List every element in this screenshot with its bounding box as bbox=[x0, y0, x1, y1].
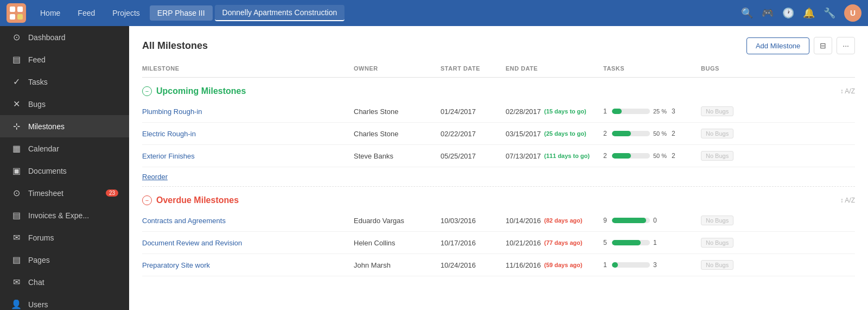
bugs-cell: No Bugs bbox=[701, 106, 777, 116]
sidebar-item-pages[interactable]: ▤ Pages bbox=[0, 249, 129, 271]
clock-icon[interactable]: 🕐 bbox=[782, 7, 794, 19]
wrench-icon[interactable]: 🔧 bbox=[824, 7, 835, 19]
task-count: 2 bbox=[603, 130, 609, 137]
avatar[interactable]: U bbox=[844, 4, 861, 22]
milestone-link[interactable]: Plumbing Rough-in bbox=[142, 107, 354, 116]
no-bugs-label: No Bugs bbox=[701, 129, 733, 138]
owner-name: Helen Collins bbox=[354, 239, 441, 247]
table-row: Plumbing Rough-in Charles Stone 01/24/20… bbox=[142, 100, 855, 123]
sidebar-item-dashboard[interactable]: ⊙ Dashboard bbox=[0, 26, 129, 48]
milestone-link[interactable]: Document Review and Revision bbox=[142, 239, 354, 247]
start-date: 01/24/2017 bbox=[441, 107, 506, 116]
nav-erp-phase[interactable]: ERP Phase III bbox=[150, 5, 213, 21]
table-row: Document Review and Revision Helen Colli… bbox=[142, 232, 855, 254]
bugs-icon: ✕ bbox=[11, 99, 22, 109]
milestone-link[interactable]: Contracts and Agreements bbox=[142, 217, 354, 225]
search-icon[interactable]: 🔍 bbox=[741, 7, 753, 19]
bell-icon[interactable]: 🔔 bbox=[803, 7, 815, 19]
app-logo[interactable] bbox=[7, 3, 26, 23]
sidebar-item-chat[interactable]: ✉ Chat bbox=[0, 271, 129, 293]
add-milestone-button[interactable]: Add Milestone bbox=[746, 37, 809, 54]
progress-bar-fill bbox=[612, 218, 646, 223]
col-owner: OWNER bbox=[354, 65, 441, 72]
start-date: 10/03/2016 bbox=[441, 217, 506, 225]
sidebar-item-tasks[interactable]: ✓ Tasks bbox=[0, 71, 129, 93]
progress-bar-fill bbox=[612, 262, 618, 268]
sidebar-item-documents[interactable]: ▣ Documents bbox=[0, 160, 129, 182]
end-date-cell: 10/21/2016 (77 days ago) bbox=[506, 239, 603, 247]
progress-bar bbox=[612, 109, 650, 114]
sidebar-item-timesheet[interactable]: ⊙ Timesheet 23 bbox=[0, 182, 129, 204]
task-count: 2 bbox=[603, 152, 609, 160]
users-icon: 👤 bbox=[11, 299, 22, 309]
progress-bar-fill bbox=[612, 109, 622, 114]
upcoming-collapse-button[interactable]: − bbox=[142, 86, 152, 96]
end-date: 03/15/2017 bbox=[506, 130, 541, 138]
top-nav-right: 🔍 🎮 🕐 🔔 🔧 U bbox=[741, 4, 861, 22]
progress-pct: 50 % bbox=[653, 130, 668, 137]
no-bugs-label: No Bugs bbox=[701, 151, 733, 161]
bugs-cell: No Bugs bbox=[701, 216, 777, 225]
owner-name: Charles Stone bbox=[354, 130, 441, 138]
col-tasks: TASKS bbox=[603, 65, 701, 72]
end-date-cell: 02/28/2017 (15 days to go) bbox=[506, 107, 603, 116]
sidebar-item-milestones[interactable]: ⊹ Milestones bbox=[0, 115, 129, 137]
bug-count-tasks: 2 bbox=[672, 152, 677, 160]
sidebar-item-bugs[interactable]: ✕ Bugs bbox=[0, 93, 129, 115]
feed-icon: ▤ bbox=[11, 54, 22, 65]
overdue-sort-icon[interactable]: ↕ A/Z bbox=[840, 197, 855, 204]
nav-home[interactable]: Home bbox=[33, 5, 68, 21]
start-date: 10/17/2016 bbox=[441, 239, 506, 247]
overdue-collapse-button[interactable]: − bbox=[142, 195, 152, 205]
bugs-cell: No Bugs bbox=[701, 260, 777, 270]
top-nav: Home Feed Projects ERP Phase III Donnell… bbox=[0, 0, 868, 26]
table-row: Exterior Finishes Steve Banks 05/25/2017… bbox=[142, 145, 855, 167]
days-badge: (82 days ago) bbox=[544, 217, 582, 224]
owner-name: Charles Stone bbox=[354, 107, 441, 116]
svg-rect-4 bbox=[17, 14, 23, 20]
task-count: 9 bbox=[603, 217, 609, 224]
no-bugs-label: No Bugs bbox=[701, 216, 733, 225]
svg-rect-1 bbox=[10, 7, 15, 12]
end-date: 10/14/2016 bbox=[506, 217, 541, 225]
bugs-cell: No Bugs bbox=[701, 151, 777, 161]
reorder-row: Reorder bbox=[142, 167, 855, 187]
nav-projects[interactable]: Projects bbox=[105, 5, 148, 21]
start-date: 05/25/2017 bbox=[441, 152, 506, 160]
nav-feed[interactable]: Feed bbox=[70, 5, 103, 21]
progress-bar bbox=[612, 153, 650, 159]
sidebar-item-forums[interactable]: ✉ Forums bbox=[0, 226, 129, 249]
tasks-cell: 9 0 bbox=[603, 217, 701, 224]
days-badge: (77 days ago) bbox=[544, 239, 582, 246]
progress-bar bbox=[612, 240, 650, 245]
more-options-button[interactable]: ··· bbox=[837, 37, 855, 54]
tasks-cell: 2 50 % 2 bbox=[603, 152, 701, 160]
end-date-cell: 07/13/2017 (111 days to go) bbox=[506, 152, 603, 160]
sidebar-item-feed[interactable]: ▤ Feed bbox=[0, 48, 129, 71]
bug-count-tasks: 3 bbox=[653, 261, 659, 269]
sidebar-item-invoices[interactable]: ▤ Invoices & Expe... bbox=[0, 204, 129, 226]
upcoming-sort-icon[interactable]: ↕ A/Z bbox=[840, 87, 855, 95]
filter-button[interactable]: ⊟ bbox=[814, 37, 832, 54]
start-date: 10/24/2016 bbox=[441, 261, 506, 269]
nav-current-project[interactable]: Donnelly Apartments Construction bbox=[215, 5, 345, 21]
end-date: 02/28/2017 bbox=[506, 107, 541, 116]
timesheet-badge: 23 bbox=[106, 189, 118, 197]
invoices-icon: ▤ bbox=[11, 210, 22, 220]
bug-count-tasks: 0 bbox=[653, 217, 659, 224]
owner-name: Eduardo Vargas bbox=[354, 217, 441, 225]
milestone-link[interactable]: Preparatory Site work bbox=[142, 261, 354, 269]
milestone-link[interactable]: Electric Rough-in bbox=[142, 130, 354, 138]
owner-name: John Marsh bbox=[354, 261, 441, 269]
reorder-link[interactable]: Reorder bbox=[142, 173, 168, 181]
no-bugs-label: No Bugs bbox=[701, 106, 733, 116]
gamepad-icon[interactable]: 🎮 bbox=[762, 7, 774, 19]
start-date: 02/22/2017 bbox=[441, 130, 506, 138]
header-actions: Add Milestone ⊟ ··· bbox=[746, 37, 855, 54]
overdue-section-title: Overdue Milestones bbox=[156, 195, 239, 205]
progress-bar bbox=[612, 262, 650, 268]
milestone-link[interactable]: Exterior Finishes bbox=[142, 152, 354, 160]
sidebar-item-users[interactable]: 👤 Users bbox=[0, 293, 129, 310]
milestones-icon: ⊹ bbox=[11, 121, 22, 131]
sidebar-item-calendar[interactable]: ▦ Calendar bbox=[0, 137, 129, 160]
